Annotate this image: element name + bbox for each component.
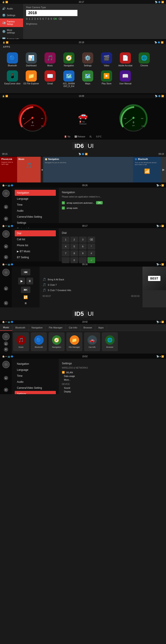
id5-menu-camera[interactable]: Camera/Video Setting <box>15 385 56 391</box>
dial-call-button[interactable]: ✓ <box>87 257 95 263</box>
repeat-button[interactable]: 🔁 <box>23 295 28 299</box>
nav-menu-navigation[interactable]: Navigation <box>15 190 56 196</box>
pause-button[interactable]: ⏸ <box>26 278 33 284</box>
nav-app-checkbox-2[interactable]: ✓ <box>62 206 65 210</box>
dial-key-1[interactable]: 1 <box>62 236 70 242</box>
sidebar-settings[interactable]: ⚙️ Settings <box>0 12 23 18</box>
app-chrome[interactable]: 🌐 Chrome <box>135 51 154 69</box>
camera-type-value[interactable]: 2018 <box>26 10 78 16</box>
skip-back-button[interactable]: ⏮ <box>21 269 30 276</box>
id5-icon-music[interactable]: 🎵 Music <box>13 332 29 351</box>
key-9[interactable]: 9 <box>51 18 52 20</box>
app-music[interactable]: 🎵 Music <box>41 51 60 69</box>
id5-settings-down[interactable]: ▼ <box>4 388 8 392</box>
app-gmail[interactable]: ✉️ Gmail <box>41 69 60 89</box>
key-2[interactable]: 2 <box>31 18 33 20</box>
music-knob[interactable] <box>2 269 10 276</box>
app-video[interactable]: 🎬 Video <box>97 51 116 69</box>
sidebar-more-settings[interactable]: ⚙️ More settings <box>0 27 23 36</box>
id5-menu-time[interactable]: Time <box>15 373 56 379</box>
phone-menu-btsetting[interactable]: BT Setting <box>15 254 56 260</box>
music-widget[interactable]: Music 🎵 <box>17 157 41 182</box>
music-up-arrow[interactable]: ▲ <box>4 286 8 291</box>
play-button[interactable]: ▶ <box>18 278 25 284</box>
dial-key-8[interactable]: 8 <box>70 250 78 256</box>
phone-knob[interactable] <box>2 230 10 238</box>
key-8[interactable]: 8 <box>48 18 49 20</box>
app-maps[interactable]: 🗺️ Maps <box>78 69 97 89</box>
dial-key-0[interactable]: 0 <box>70 257 78 263</box>
nav-ok-button[interactable]: OK <box>96 201 102 204</box>
sidebar-audio[interactable]: 🔊 Audio <box>0 5 23 12</box>
id5-tab-browser[interactable]: Browser <box>81 324 95 331</box>
id5-tab-bluetooth[interactable]: Bluetooth <box>12 324 28 331</box>
dial-key-6[interactable]: 6 <box>79 244 87 250</box>
phonelink-widget[interactable]: PhoneLink Support click to open app <box>0 157 17 182</box>
id5-icon-navigation[interactable]: 🧭 Navigation <box>49 332 65 351</box>
music-down-arrow[interactable]: ▼ <box>4 301 8 305</box>
id5-icon-filemanager[interactable]: 📁 File Manager <box>66 332 82 351</box>
app-easyconnection[interactable]: 📱 EasyConne ction <box>3 69 22 89</box>
id5-menu-navigation[interactable]: Navigation <box>15 361 56 367</box>
nav-menu-language[interactable]: Language <box>15 196 56 202</box>
key-ok[interactable]: OK <box>53 18 57 20</box>
sidebar-system-info[interactable]: ℹ️ System info <box>0 36 23 39</box>
id5-icon-bluetooth[interactable]: 🔵 Bluetooth <box>31 332 47 351</box>
navigation-widget[interactable]: 🧭 Navigation Navigate for you in real ti… <box>43 157 133 182</box>
id5-icon-carinfo[interactable]: 🚗 Car-Info <box>84 332 100 351</box>
key-3[interactable]: 3 <box>34 18 36 20</box>
nav-app-checkbox-1[interactable]: ✓ <box>62 201 65 204</box>
key-1[interactable]: 1 <box>29 18 30 20</box>
nav-knob[interactable] <box>2 190 10 197</box>
phone-up-arrow[interactable]: ▲ <box>4 244 8 248</box>
id5-tab-apps[interactable]: Apps <box>95 324 107 331</box>
left-arrow[interactable]: ◀ <box>41 157 43 182</box>
key-4[interactable]: 4 <box>37 18 38 20</box>
dial-key-7[interactable]: 7 <box>62 250 70 256</box>
nav-menu-audio[interactable]: Audio <box>15 208 56 214</box>
id5-down[interactable]: ▼ <box>4 347 8 352</box>
id5-data-usage[interactable]: Data usage <box>62 374 163 378</box>
id5-settings-up[interactable]: ▲ <box>4 376 8 380</box>
app-navigation[interactable]: 🧭 Navigation <box>60 51 78 69</box>
dial-key-backspace[interactable]: ⌫ <box>87 236 95 242</box>
id5-display[interactable]: Display <box>62 390 163 394</box>
phone-menu-dial[interactable]: Dial <box>15 230 56 236</box>
sidebar-factory-setup[interactable]: 🏭 Factory Setup <box>0 18 23 27</box>
key-backspace[interactable]: ⌫ <box>58 18 62 20</box>
nav-app-option-2[interactable]: ✓ amap auto <box>62 206 163 210</box>
id5-menu-language[interactable]: Language <box>15 367 56 373</box>
id5-settings-knob[interactable] <box>2 361 10 368</box>
id5-menu-audio[interactable]: Audio <box>15 379 56 385</box>
phone-menu-phonelist[interactable]: Phone list <box>15 242 56 248</box>
id5-tab-music[interactable]: Music <box>0 324 12 331</box>
dial-key-4[interactable]: 4 <box>62 244 70 250</box>
app-igo[interactable]: 🗺️ iGO_S649W iGO_D_Ext <box>60 69 78 89</box>
skip-forward-button[interactable]: ⏭ <box>21 286 30 293</box>
app-es-file[interactable]: 📁 ES File Explorer <box>22 69 41 89</box>
id5-icon-browser[interactable]: 🌐 Browser <box>102 332 118 351</box>
id5-tab-filemanager[interactable]: File Manager <box>46 324 66 331</box>
nav-down-arrow[interactable]: ▼ <box>4 216 8 221</box>
bluetooth-widget[interactable]: 🔵 Bluetooth Turn on the Bluetooth device… <box>133 157 161 182</box>
playlist-button[interactable]: ≡ <box>25 302 26 305</box>
app-adobe-acrobat[interactable]: 📄 Adobe Acrobat <box>116 51 135 69</box>
nav-up-arrow[interactable]: ▲ <box>4 205 8 209</box>
app-dashboard[interactable]: 📊 Dashboard <box>22 51 41 69</box>
id5-menu-settings[interactable]: Settings <box>15 391 56 394</box>
dial-key-2[interactable]: 2 <box>70 236 78 242</box>
dial-key-3[interactable]: 3 <box>79 236 87 242</box>
dial-key-hash[interactable]: # <box>87 250 95 256</box>
app-bluetooth[interactable]: 🔵 Bluetooth <box>3 51 22 69</box>
id5-up[interactable]: ▲ <box>4 342 8 346</box>
id5-tab-carinfo[interactable]: Car-Info <box>66 324 81 331</box>
id5-tab-navigation[interactable]: Navigation <box>28 324 46 331</box>
key-6[interactable]: 6 <box>42 18 44 20</box>
phone-menu-btmusic[interactable]: ▶ BT Music <box>15 248 56 254</box>
nav-menu-camera[interactable]: Camera/Video Setting <box>15 214 56 220</box>
id5-knob[interactable] <box>2 333 10 340</box>
key-5[interactable]: 5 <box>40 18 41 20</box>
id5-wlan-item[interactable]: 📶 WLAN <box>62 370 163 374</box>
key-7[interactable]: 7 <box>45 18 47 20</box>
right-arrow[interactable]: ▶ <box>161 157 166 182</box>
